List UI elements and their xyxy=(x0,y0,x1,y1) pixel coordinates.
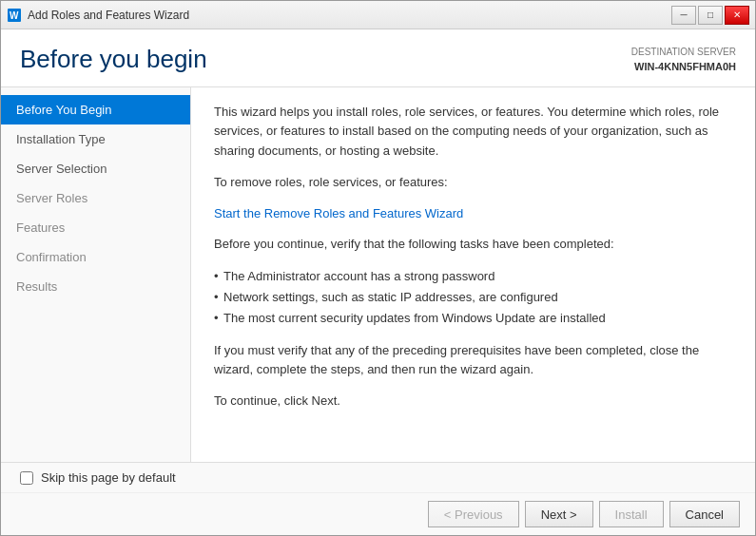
server-name: WIN-4KNN5FHMA0H xyxy=(631,59,736,75)
sidebar-item-server-roles: Server Roles xyxy=(1,183,190,213)
main-area: Before You Begin Installation Type Serve… xyxy=(1,87,755,463)
wizard-header: Before you begin DESTINATION SERVER WIN-… xyxy=(1,29,755,87)
title-bar-controls: ─ □ ✕ xyxy=(671,6,749,25)
title-bar-title: Add Roles and Features Wizard xyxy=(28,9,189,22)
intro-paragraph: This wizard helps you install roles, rol… xyxy=(214,103,732,162)
destination-server-info: DESTINATION SERVER WIN-4KNN5FHMA0H xyxy=(631,45,736,75)
maximize-button[interactable]: □ xyxy=(698,6,723,25)
remove-link-wrapper: Start the Remove Roles and Features Wiza… xyxy=(214,204,732,224)
sidebar-item-confirmation: Confirmation xyxy=(1,242,190,272)
list-item: Network settings, such as static IP addr… xyxy=(214,287,732,308)
skip-checkbox[interactable] xyxy=(20,471,33,485)
svg-text:W: W xyxy=(10,10,19,21)
minimize-button[interactable]: ─ xyxy=(671,6,696,25)
cancel-button[interactable]: Cancel xyxy=(669,501,740,527)
sidebar-item-before-you-begin[interactable]: Before You Begin xyxy=(1,95,190,124)
skip-checkbox-area: Skip this page by default xyxy=(1,463,755,493)
title-bar: W Add Roles and Features Wizard ─ □ ✕ xyxy=(1,1,755,29)
destination-label: DESTINATION SERVER xyxy=(631,45,736,59)
remove-label: To remove roles, role services, or featu… xyxy=(214,173,732,193)
sidebar-item-features: Features xyxy=(1,213,190,242)
skip-checkbox-label: Skip this page by default xyxy=(41,470,176,485)
footer-buttons: < Previous Next > Install Cancel xyxy=(1,493,755,535)
next-button[interactable]: Next > xyxy=(525,501,593,527)
continue-paragraph: To continue, click Next. xyxy=(214,392,732,412)
sidebar: Before You Begin Installation Type Serve… xyxy=(1,87,191,463)
footer: Skip this page by default < Previous Nex… xyxy=(1,462,755,535)
wizard-window: W Add Roles and Features Wizard ─ □ ✕ Be… xyxy=(0,0,756,536)
title-bar-left: W Add Roles and Features Wizard xyxy=(7,8,189,23)
sidebar-item-installation-type[interactable]: Installation Type xyxy=(1,124,190,154)
app-icon: W xyxy=(7,8,22,23)
content-area: This wizard helps you install roles, rol… xyxy=(191,87,755,463)
close-button[interactable]: ✕ xyxy=(725,6,749,25)
install-button[interactable]: Install xyxy=(599,501,664,527)
page-title: Before you begin xyxy=(20,45,207,74)
sidebar-item-results: Results xyxy=(1,272,190,301)
remove-link[interactable]: Start the Remove Roles and Features Wiza… xyxy=(214,206,463,220)
tasks-paragraph: Before you continue, verify that the fol… xyxy=(214,235,732,255)
sidebar-item-server-selection[interactable]: Server Selection xyxy=(1,154,190,183)
list-item: The Administrator account has a strong p… xyxy=(214,266,732,287)
tasks-list: The Administrator account has a strong p… xyxy=(214,266,732,329)
verify-paragraph: If you must verify that any of the prece… xyxy=(214,341,732,381)
previous-button[interactable]: < Previous xyxy=(428,501,519,527)
list-item: The most current security updates from W… xyxy=(214,308,732,329)
